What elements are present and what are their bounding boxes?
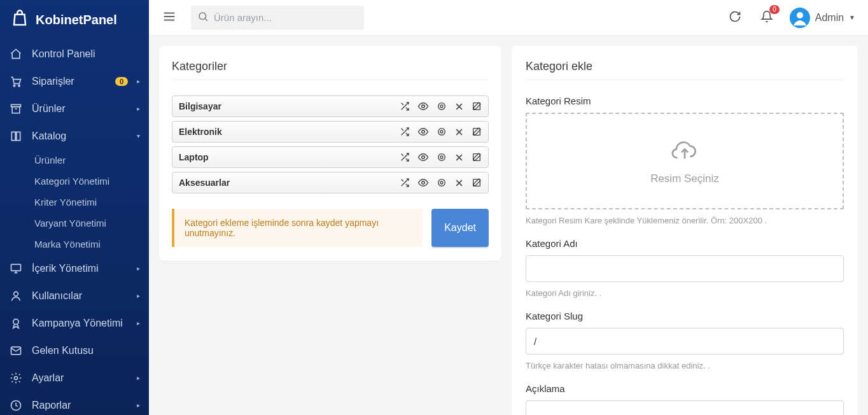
shuffle-icon[interactable] <box>400 101 410 112</box>
sidebar-item-orders[interactable]: Siparişler 0 ▸ <box>0 67 149 95</box>
delete-icon[interactable] <box>454 126 464 137</box>
sidebar-item-label: Gelen Kutusu <box>32 345 140 356</box>
sidebar-item-catalog[interactable]: Katalog ▾ <box>0 122 149 150</box>
delete-icon[interactable] <box>454 177 464 188</box>
svg-line-52 <box>402 179 403 181</box>
brand[interactable]: KobinetPanel <box>0 0 149 40</box>
svg-line-20 <box>205 18 207 20</box>
category-desc-label: Açıklama <box>526 383 844 394</box>
archive-icon <box>9 102 23 115</box>
edit-icon[interactable] <box>472 151 482 163</box>
sidebar-item-users[interactable]: Kullanıcılar ▸ <box>0 282 149 309</box>
category-row[interactable]: Aksesuarlar <box>172 172 489 193</box>
svg-point-35 <box>422 130 425 134</box>
save-button[interactable]: Kaydet <box>431 209 489 247</box>
delete-icon[interactable] <box>454 101 464 112</box>
save-button-label: Kaydet <box>444 222 476 233</box>
edit-icon[interactable] <box>472 101 482 112</box>
caret-down-icon: ▼ <box>849 14 855 21</box>
svg-point-36 <box>438 129 445 136</box>
category-name: Elektronik <box>179 127 395 137</box>
target-icon[interactable] <box>437 126 447 137</box>
sidebar-item-products[interactable]: Ürünler ▸ <box>0 95 149 122</box>
category-actions <box>400 101 482 112</box>
target-icon[interactable] <box>437 177 447 188</box>
menu-toggle-button[interactable] <box>157 5 182 31</box>
sidebar-item-label: Raporlar <box>32 400 128 411</box>
save-warning-alert: Kategori ekleme işleminde sonra kaydet y… <box>172 209 423 247</box>
image-dropzone[interactable]: Resim Seçiniz <box>526 113 844 209</box>
sidebar-item-label: Ürünler <box>32 103 128 115</box>
svg-point-44 <box>422 156 425 159</box>
category-image-hint: Kategori Resim Kare şeklinde Yüklemeniz … <box>526 216 844 225</box>
target-icon[interactable] <box>437 151 447 163</box>
category-name-label: Kategori Adı <box>526 238 844 249</box>
sidebar-item-label: İçerik Yönetimi <box>32 263 128 274</box>
visibility-icon[interactable] <box>417 151 429 163</box>
sidebar-subitem[interactable]: Kriter Yönetimi <box>32 192 149 213</box>
notifications-button[interactable]: 0 <box>755 6 778 29</box>
search-input[interactable] <box>214 12 358 23</box>
gear-icon <box>9 372 23 384</box>
menu-icon <box>162 10 176 25</box>
refresh-icon <box>729 10 741 25</box>
sidebar-item-reports[interactable]: Raporlar ▸ <box>0 391 149 415</box>
category-name-input[interactable] <box>526 255 844 282</box>
target-icon[interactable] <box>437 101 447 112</box>
category-slug-input[interactable] <box>526 328 844 355</box>
edit-icon[interactable] <box>472 126 482 137</box>
chevron-right-icon: ▸ <box>137 265 140 272</box>
add-category-panel: Kategori ekle Kategori Resim Resim Seçin… <box>512 46 858 415</box>
shuffle-icon[interactable] <box>400 151 410 163</box>
sidebar-subitem[interactable]: Varyant Yönetimi <box>32 213 149 234</box>
category-slug-hint: Türkçe karakter hatası olmamasına dikkat… <box>526 361 844 370</box>
add-category-title: Kategori ekle <box>526 60 844 73</box>
refresh-button[interactable] <box>724 6 746 29</box>
shuffle-icon[interactable] <box>400 177 410 188</box>
mail-icon <box>9 344 23 357</box>
sidebar-item-label: Kontrol Paneli <box>32 48 140 60</box>
sidebar: KobinetPanel Kontrol Paneli Siparişler 0… <box>0 0 149 415</box>
delete-icon[interactable] <box>454 151 464 163</box>
sidebar-subitem[interactable]: Kategori Yönetimi <box>32 171 149 192</box>
user-menu[interactable]: Admin ▼ <box>787 5 858 31</box>
category-row[interactable]: Elektronik <box>172 121 489 143</box>
sidebar-subitem[interactable]: Ürünler <box>32 150 149 171</box>
monitor-icon <box>9 262 23 275</box>
sidebar-item-settings[interactable]: Ayarlar ▸ <box>0 364 149 391</box>
search-box[interactable] <box>191 6 364 30</box>
svg-point-9 <box>13 319 18 324</box>
home-icon <box>9 48 23 60</box>
image-dropzone-text: Resim Seçiniz <box>650 172 719 185</box>
sidebar-item-inbox[interactable]: Gelen Kutusu <box>0 337 149 364</box>
sidebar-item-label: Siparişler <box>32 76 106 87</box>
sidebar-item-campaigns[interactable]: Kampanya Yönetimi ▸ <box>0 309 149 337</box>
chevron-right-icon: ▸ <box>137 402 140 409</box>
category-actions <box>400 177 482 188</box>
visibility-icon[interactable] <box>417 177 429 188</box>
svg-point-1 <box>18 85 20 87</box>
svg-point-8 <box>14 292 18 296</box>
category-actions <box>400 151 482 163</box>
category-row[interactable]: Laptop <box>172 146 489 168</box>
svg-point-53 <box>422 181 425 185</box>
sidebar-badge: 0 <box>115 77 128 86</box>
content: Kategoriler Bilgisayar Elektronik Laptop <box>149 36 868 415</box>
svg-rect-3 <box>12 106 20 113</box>
clock-icon <box>9 399 23 412</box>
category-desc-input[interactable] <box>526 400 844 415</box>
visibility-icon[interactable] <box>417 126 429 137</box>
visibility-icon[interactable] <box>417 101 429 112</box>
sidebar-subitem[interactable]: Marka Yönetimi <box>32 234 149 255</box>
sidebar-item-dashboard[interactable]: Kontrol Paneli <box>0 40 149 67</box>
categories-list: Bilgisayar Elektronik Laptop Aksesuarlar <box>172 95 489 193</box>
sidebar-item-content[interactable]: İçerik Yönetimi ▸ <box>0 255 149 282</box>
category-row[interactable]: Bilgisayar <box>172 95 489 117</box>
sidebar-item-label: Kullanıcılar <box>32 290 128 302</box>
svg-point-45 <box>438 154 445 161</box>
search-icon <box>197 11 209 24</box>
book-icon <box>9 130 23 143</box>
shuffle-icon[interactable] <box>400 126 410 137</box>
cloud-upload-icon <box>670 137 699 165</box>
edit-icon[interactable] <box>472 177 482 188</box>
